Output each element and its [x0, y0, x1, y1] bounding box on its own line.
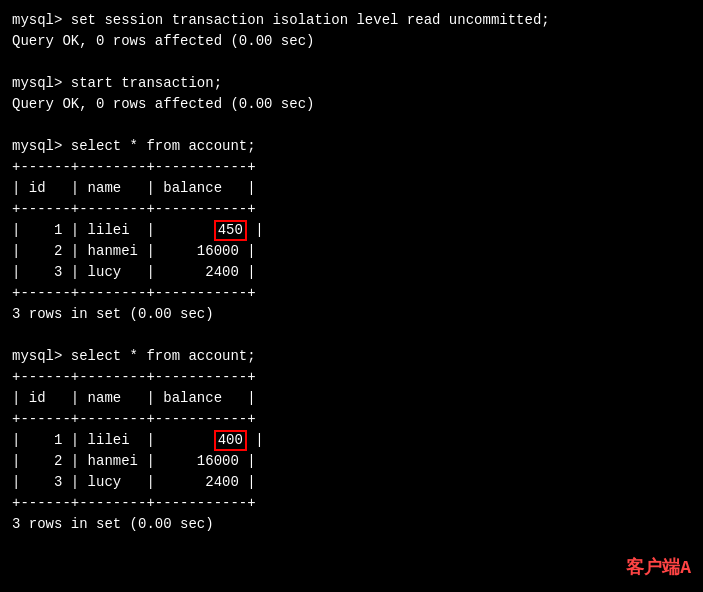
table2-sep-border: +------+--------+-----------+ — [12, 409, 691, 430]
table2-top-border: +------+--------+-----------+ — [12, 367, 691, 388]
result-line-3: 3 rows in set (0.00 sec) — [12, 304, 691, 325]
table1-sep-border: +------+--------+-----------+ — [12, 199, 691, 220]
table1-row2: | 2 | hanmei | 16000 | — [12, 241, 691, 262]
table2-header: | id | name | balance | — [12, 388, 691, 409]
highlighted-value-2: 400 — [214, 430, 247, 451]
table2-row2: | 2 | hanmei | 16000 | — [12, 451, 691, 472]
highlighted-value-1: 450 — [214, 220, 247, 241]
empty-line-2 — [12, 115, 691, 136]
command-line-3: mysql> select * from account; — [12, 136, 691, 157]
client-label: 客户端A — [626, 555, 691, 582]
command-line-2: mysql> start transaction; — [12, 73, 691, 94]
table1-top-border: +------+--------+-----------+ — [12, 157, 691, 178]
terminal: mysql> set session transaction isolation… — [0, 0, 703, 592]
table2-bottom-border: +------+--------+-----------+ — [12, 493, 691, 514]
table2-row1: | 1 | lilei | 400 | — [12, 430, 691, 451]
empty-line-3 — [12, 325, 691, 346]
empty-line-1 — [12, 52, 691, 73]
command-line-1: mysql> set session transaction isolation… — [12, 10, 691, 31]
table1-bottom-border: +------+--------+-----------+ — [12, 283, 691, 304]
command-line-4: mysql> select * from account; — [12, 346, 691, 367]
table2-row3: | 3 | lucy | 2400 | — [12, 472, 691, 493]
table1-header: | id | name | balance | — [12, 178, 691, 199]
table1-row1: | 1 | lilei | 450 | — [12, 220, 691, 241]
table1-row3: | 3 | lucy | 2400 | — [12, 262, 691, 283]
result-line-4: 3 rows in set (0.00 sec) — [12, 514, 691, 535]
result-line-2: Query OK, 0 rows affected (0.00 sec) — [12, 94, 691, 115]
result-line-1: Query OK, 0 rows affected (0.00 sec) — [12, 31, 691, 52]
